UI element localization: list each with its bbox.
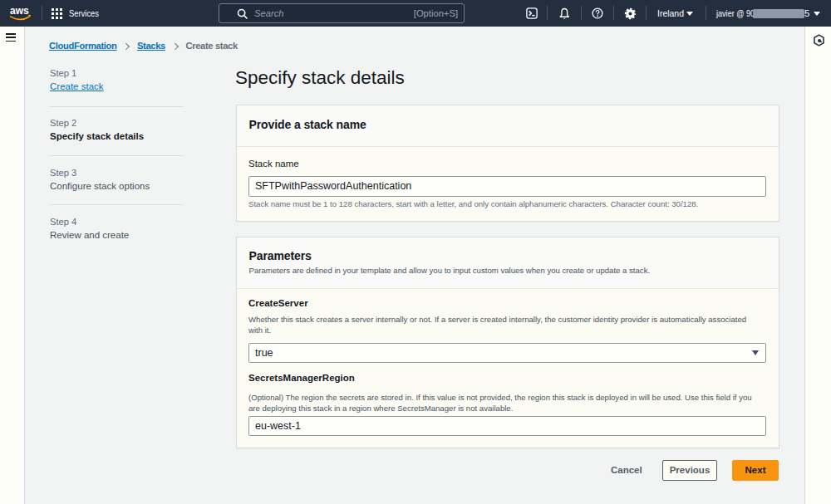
svg-text:aws: aws xyxy=(10,5,29,17)
